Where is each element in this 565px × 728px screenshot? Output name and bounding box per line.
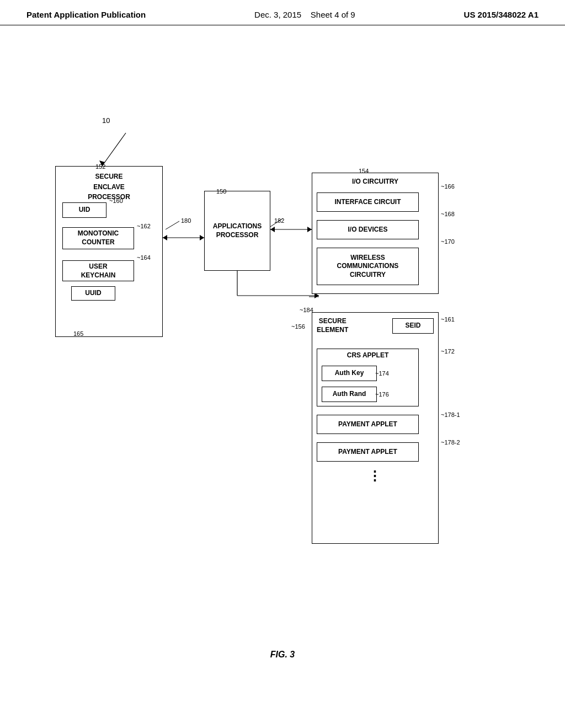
svg-marker-3 <box>200 235 204 240</box>
seid-label: SEID <box>405 322 420 330</box>
io-devices-label: I/O DEVICES <box>348 226 387 234</box>
ref-174: ~174 <box>375 370 389 377</box>
secure-element-label: SECUREELEMENT <box>317 317 348 334</box>
crs-applet-box: CRS APPLET Auth Key Auth Rand <box>317 349 419 406</box>
monotonic-counter-box: MONOTONICCOUNTER <box>62 227 134 249</box>
diagram-area: 10 SECUREENCLAVEPROCESSOR UID MONOTONICC… <box>0 25 565 676</box>
wireless-comms-label: WIRELESSCOMMUNICATIONSCIRCUITRY <box>337 254 399 280</box>
ref-176: ~176 <box>375 391 389 398</box>
applications-processor-label: APPLICATIONSPROCESSOR <box>213 222 262 239</box>
uid-box: UID <box>62 202 106 218</box>
user-keychain-label: USERKEYCHAIN <box>81 263 116 280</box>
seid-box: SEID <box>392 318 434 334</box>
auth-rand-box: Auth Rand <box>322 387 377 402</box>
uuid-box: UUID <box>71 286 115 301</box>
io-circuitry-outer-box: I/O CIRCUITRY INTERFACE CIRCUIT I/O DEVI… <box>312 173 439 294</box>
header-right: US 2015/348022 A1 <box>464 10 539 19</box>
svg-marker-4 <box>163 235 167 240</box>
ref-164: ~164 <box>137 254 151 261</box>
svg-marker-8 <box>270 227 275 232</box>
auth-key-box: Auth Key <box>322 366 377 381</box>
ref-184: ~184 <box>300 307 313 313</box>
payment-applet-2-box: PAYMENT APPLET <box>317 442 419 462</box>
ref-182: 182 <box>274 217 284 224</box>
uuid-label: UUID <box>85 289 101 298</box>
ref-162: ~162 <box>137 223 151 229</box>
header-center: Dec. 3, 2015 Sheet 4 of 9 <box>254 10 355 19</box>
ref-178-1: ~178-1 <box>441 411 460 418</box>
monotonic-counter-label: MONOTONICCOUNTER <box>78 229 119 247</box>
secure-enclave-box: SECUREENCLAVEPROCESSOR UID MONOTONICCOUN… <box>55 166 163 337</box>
applications-processor-box: APPLICATIONSPROCESSOR <box>204 191 270 271</box>
ref-161: ~161 <box>441 316 455 323</box>
interface-circuit-box: INTERFACE CIRCUIT <box>317 192 419 212</box>
ref-172: ~172 <box>441 348 455 355</box>
uid-label: UID <box>79 206 90 215</box>
wireless-comms-box: WIRELESSCOMMUNICATIONSCIRCUITRY <box>317 248 419 285</box>
auth-key-label: Auth Key <box>335 369 364 378</box>
svg-line-5 <box>166 221 179 229</box>
secure-enclave-label: SECUREENCLAVEPROCESSOR <box>88 173 130 201</box>
svg-line-0 <box>102 133 126 166</box>
ref-165: 165 <box>73 330 83 337</box>
page-header: Patent Application Publication Dec. 3, 2… <box>0 0 565 25</box>
ref-170: ~170 <box>441 238 455 245</box>
ref-10: 10 <box>102 116 110 125</box>
header-left: Patent Application Publication <box>26 10 146 19</box>
io-devices-box: I/O DEVICES <box>317 220 419 239</box>
ref-154: 154 <box>359 168 369 174</box>
ref-156: ~156 <box>291 323 305 330</box>
payment-applet-1-label: PAYMENT APPLET <box>338 420 397 429</box>
ref-160: ~160 <box>109 197 123 204</box>
svg-marker-7 <box>307 227 312 232</box>
crs-applet-label: CRS APPLET <box>347 351 389 360</box>
ellipsis: ⋮ <box>312 468 438 484</box>
io-circuitry-label: I/O CIRCUITRY <box>352 178 398 186</box>
interface-circuit-label: INTERFACE CIRCUIT <box>335 198 401 207</box>
ref-152: 152 <box>95 163 105 170</box>
auth-rand-label: Auth Rand <box>333 390 366 399</box>
ref-178-2: ~178-2 <box>441 439 460 446</box>
payment-applet-2-label: PAYMENT APPLET <box>338 448 397 457</box>
figure-label: FIG. 3 <box>270 650 295 660</box>
payment-applet-1-box: PAYMENT APPLET <box>317 415 419 434</box>
user-keychain-box: USERKEYCHAIN <box>62 260 134 281</box>
ref-168: ~168 <box>441 211 455 217</box>
ref-166: ~166 <box>441 183 455 190</box>
ref-180: 180 <box>181 217 191 224</box>
secure-element-outer-box: SECUREELEMENT SEID CRS APPLET Auth Key A… <box>312 312 439 544</box>
ref-150: 150 <box>216 188 226 195</box>
